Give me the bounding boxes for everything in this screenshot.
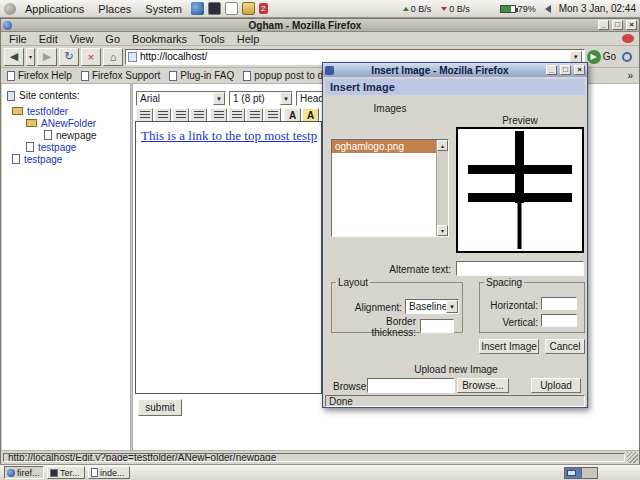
reload-button[interactable]: ↻ bbox=[59, 48, 79, 66]
menu-view[interactable]: View bbox=[64, 33, 100, 45]
alignment-label: Alignment: bbox=[336, 302, 402, 313]
upload-path-field[interactable] bbox=[367, 378, 455, 393]
list-scrollbar[interactable]: ▴ ▾ bbox=[436, 140, 448, 236]
bookmark-firefox-support[interactable]: Firefox Support bbox=[81, 70, 160, 81]
vertical-input[interactable] bbox=[542, 315, 576, 326]
menu-go[interactable]: Go bbox=[99, 33, 126, 45]
bookmark-icon bbox=[169, 71, 177, 81]
indent-icon bbox=[268, 111, 278, 120]
gnome-menu-icon[interactable] bbox=[4, 3, 16, 15]
dialog-minimize-button[interactable]: _ bbox=[546, 65, 557, 75]
url-input[interactable] bbox=[140, 51, 567, 62]
notification-badge[interactable]: 2 bbox=[259, 3, 267, 14]
tree-item-testpage-2[interactable]: testpage bbox=[12, 153, 62, 165]
terminal-launcher-icon[interactable] bbox=[208, 2, 221, 15]
tree-item-newpage[interactable]: newpage bbox=[44, 129, 97, 141]
alignment-select[interactable]: Baseline▾ bbox=[405, 299, 459, 314]
panel-menu-applications[interactable]: Applications bbox=[20, 3, 89, 15]
back-button[interactable]: ◀ bbox=[4, 48, 24, 66]
network-monitor-upload[interactable]: 0 B/s bbox=[403, 4, 432, 14]
tree-item-testfolder[interactable]: testfolder bbox=[12, 105, 68, 117]
workspace-1[interactable] bbox=[565, 468, 581, 478]
vertical-label: Vertical: bbox=[482, 317, 538, 328]
dialog-maximize-button[interactable]: □ bbox=[560, 65, 571, 75]
stop-button[interactable]: × bbox=[81, 48, 101, 66]
firefox-titlebar[interactable]: Ogham - Mozilla Firefox _ □ × bbox=[1, 19, 639, 32]
dialog-close-button[interactable]: × bbox=[574, 65, 585, 75]
task-firefox[interactable]: firef... bbox=[4, 466, 44, 479]
notification-icon[interactable] bbox=[622, 34, 634, 43]
horizontal-field[interactable] bbox=[541, 297, 577, 310]
page-link-text[interactable]: This is a link to the top most testp bbox=[141, 128, 317, 144]
border-thickness-field[interactable] bbox=[420, 319, 454, 333]
menu-tools[interactable]: Tools bbox=[193, 33, 231, 45]
panel-menu-places[interactable]: Places bbox=[93, 3, 136, 15]
bookmark-plugin-faq[interactable]: Plug-in FAQ bbox=[169, 70, 234, 81]
cancel-button[interactable]: Cancel bbox=[545, 339, 585, 354]
bookmarks-overflow-icon[interactable]: » bbox=[627, 70, 633, 81]
browse-label: Browse bbox=[333, 381, 366, 392]
status-url: http://localhost/Edit.y?page=testfolder/… bbox=[3, 453, 625, 462]
home-button[interactable]: ⌂ bbox=[103, 48, 123, 66]
alt-text-input[interactable] bbox=[457, 262, 583, 275]
scroll-up-icon[interactable]: ▴ bbox=[437, 140, 448, 151]
scroll-down-icon[interactable]: ▾ bbox=[437, 225, 448, 236]
mail-launcher-icon[interactable] bbox=[242, 2, 255, 15]
editor-canvas[interactable]: This is a link to the top most testp bbox=[135, 121, 322, 394]
border-thickness-input[interactable] bbox=[421, 320, 453, 332]
upload-heading: Upload new Image bbox=[323, 364, 589, 375]
speaker-icon[interactable] bbox=[545, 5, 551, 13]
image-list-item-selected[interactable]: oghamlogo.png bbox=[332, 140, 436, 153]
dialog-icon bbox=[325, 66, 334, 75]
font-family-select[interactable]: Arial▾ bbox=[136, 91, 226, 106]
browse-button[interactable]: Browse... bbox=[457, 378, 509, 393]
menu-edit[interactable]: Edit bbox=[33, 33, 64, 45]
window-title: Ogham - Mozilla Firefox bbox=[15, 20, 595, 31]
page-icon bbox=[44, 130, 52, 140]
numbered-list-icon bbox=[232, 111, 242, 120]
menu-file[interactable]: File bbox=[3, 33, 33, 45]
forward-button[interactable]: ▶ bbox=[37, 48, 57, 66]
close-button[interactable]: × bbox=[626, 20, 637, 30]
network-monitor-download[interactable]: 0 B/s bbox=[441, 4, 470, 14]
alt-text-field[interactable] bbox=[456, 261, 584, 276]
upload-button[interactable]: Upload bbox=[531, 378, 581, 393]
minimize-button[interactable]: _ bbox=[598, 20, 609, 30]
bookmark-firefox-help[interactable]: Firefox Help bbox=[7, 70, 72, 81]
task-index[interactable]: inde... bbox=[88, 466, 130, 479]
page-favicon-icon bbox=[128, 52, 137, 62]
dialog-titlebar[interactable]: Insert Image - Mozilla Firefox _ □ × bbox=[323, 63, 587, 77]
insert-image-button[interactable]: Insert Image bbox=[479, 339, 539, 354]
panel-menu-system[interactable]: System bbox=[140, 3, 187, 15]
url-dropdown-icon[interactable]: ▾ bbox=[570, 51, 582, 63]
submit-button[interactable]: submit bbox=[138, 399, 182, 416]
upload-path-input[interactable] bbox=[368, 379, 454, 392]
image-list[interactable]: oghamlogo.png ▴ ▾ bbox=[331, 139, 449, 237]
menu-help[interactable]: Help bbox=[231, 33, 266, 45]
back-dropdown-icon[interactable]: ▾ bbox=[26, 48, 35, 66]
site-contents-label: Site contents: bbox=[19, 90, 80, 101]
go-button[interactable]: ▶ Go bbox=[587, 50, 616, 64]
align-left-icon bbox=[140, 111, 150, 120]
workspace-2[interactable] bbox=[581, 468, 597, 478]
task-terminal[interactable]: Ter... bbox=[47, 466, 85, 479]
battery-icon bbox=[500, 5, 516, 13]
vertical-field[interactable] bbox=[541, 314, 577, 327]
menu-bookmarks[interactable]: Bookmarks bbox=[126, 33, 193, 45]
firefox-launcher-icon[interactable] bbox=[191, 2, 204, 15]
workspace-switcher[interactable] bbox=[564, 467, 598, 479]
frame-divider[interactable] bbox=[130, 84, 133, 450]
editor-launcher-icon[interactable] bbox=[225, 2, 238, 15]
clock[interactable]: Mon 3 Jan, 02:44 bbox=[559, 3, 636, 14]
bookmark-icon bbox=[7, 71, 15, 81]
font-size-select[interactable]: 1 (8 pt)▾ bbox=[229, 91, 293, 106]
web-search-icon[interactable] bbox=[622, 52, 632, 62]
tree-item-testpage-1[interactable]: testpage bbox=[26, 141, 76, 153]
firefox-task-icon bbox=[7, 469, 15, 477]
battery-applet[interactable]: 79% bbox=[500, 4, 536, 14]
dialog-title: Insert Image - Mozilla Firefox bbox=[337, 65, 543, 76]
horizontal-input[interactable] bbox=[542, 298, 576, 309]
tree-item-anewfolder[interactable]: ANewFolder bbox=[26, 117, 96, 129]
resize-grip[interactable] bbox=[627, 452, 638, 463]
maximize-button[interactable]: □ bbox=[612, 20, 623, 30]
